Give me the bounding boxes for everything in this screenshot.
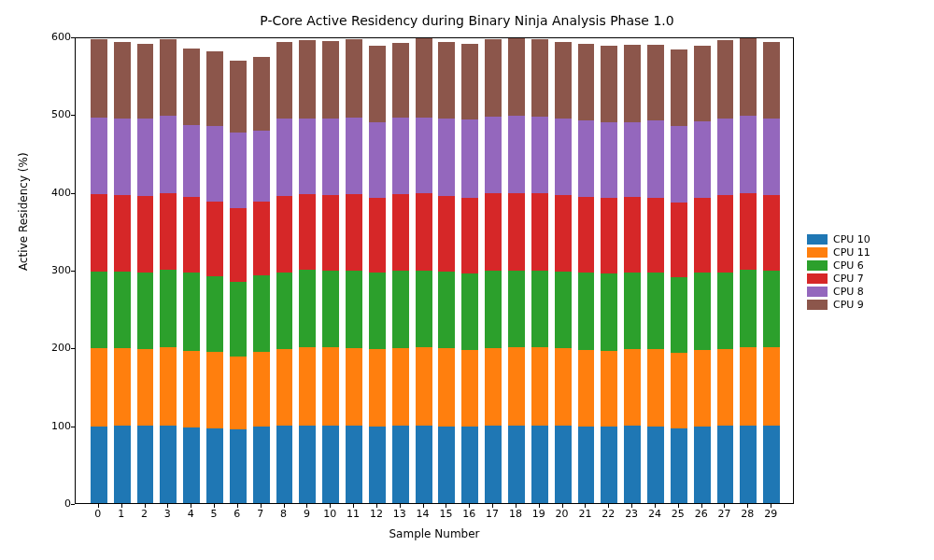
x-tick-label: 0: [94, 508, 101, 520]
bar-segment: [276, 119, 293, 196]
bar-segment: [601, 198, 617, 273]
x-tick-label: 8: [280, 508, 287, 520]
bar-segment: [416, 426, 432, 503]
bar-segment: [740, 116, 757, 193]
bar-segment: [508, 193, 525, 271]
bar-segment: [276, 196, 293, 273]
legend-swatch: [807, 287, 828, 297]
bar-group: [508, 38, 525, 503]
bar-segment: [694, 273, 711, 350]
bar-segment: [392, 348, 409, 426]
bar-group: [392, 38, 409, 503]
y-tick-mark: [71, 115, 75, 116]
bar-segment: [369, 122, 386, 198]
legend-label: CPU 8: [833, 286, 864, 298]
bar-group: [763, 38, 780, 503]
bar-segment: [717, 349, 734, 426]
bar-segment: [624, 197, 641, 273]
bar-group: [624, 38, 641, 503]
y-axis-label: Active Residency (%): [17, 152, 30, 271]
y-tick-label: 100: [15, 420, 71, 432]
x-tick-label: 9: [304, 508, 310, 520]
bar-segment: [647, 273, 664, 349]
bar-segment: [578, 197, 595, 273]
bar-segment: [160, 39, 177, 117]
bar-segment: [322, 347, 339, 425]
bar-segment: [763, 426, 780, 503]
bar-segment: [416, 38, 432, 118]
bar-segment: [137, 273, 154, 349]
bar-segment: [671, 49, 687, 126]
bar-group: [322, 38, 339, 503]
bar-segment: [276, 42, 293, 119]
x-tick-label: 29: [764, 508, 777, 520]
x-tick-label: 26: [695, 508, 708, 520]
bar-group: [531, 38, 548, 503]
bar-segment: [763, 271, 780, 348]
y-tick-mark: [71, 348, 75, 349]
bar-group: [114, 38, 131, 503]
legend-row: CPU 8: [807, 286, 870, 298]
bar-group: [276, 38, 293, 503]
bar-segment: [671, 277, 687, 353]
bar-segment: [485, 193, 502, 271]
x-tick-label: 17: [486, 508, 499, 520]
bar-segment: [299, 426, 316, 503]
bar-segment: [230, 429, 247, 503]
bar-segment: [717, 426, 734, 503]
bar-segment: [253, 131, 270, 202]
x-axis-label: Sample Number: [75, 527, 794, 540]
bar-group: [346, 38, 362, 503]
legend-row: CPU 6: [807, 259, 870, 272]
bar-segment: [740, 193, 757, 271]
bar-segment: [740, 38, 757, 116]
bar-segment: [578, 44, 595, 121]
x-tick-label: 27: [717, 508, 730, 520]
bar-segment: [763, 195, 780, 271]
bar-segment: [137, 426, 154, 503]
bar-segment: [206, 202, 223, 276]
bar-segment: [346, 118, 362, 195]
bar-segment: [160, 193, 177, 270]
x-tick-label: 6: [234, 508, 240, 520]
bar-segment: [740, 347, 757, 425]
bar-segment: [392, 271, 409, 348]
bar-segment: [392, 426, 409, 503]
bar-segment: [230, 61, 247, 133]
x-tick-label: 12: [370, 508, 383, 520]
bar-segment: [253, 352, 270, 427]
bar-segment: [717, 195, 734, 273]
bar-segment: [461, 198, 478, 274]
x-tick-label: 5: [211, 508, 218, 520]
bar-segment: [91, 427, 107, 504]
bar-segment: [694, 46, 711, 121]
x-tick-label: 2: [141, 508, 148, 520]
bar-segment: [508, 116, 525, 193]
legend-label: CPU 11: [833, 246, 870, 259]
bar-segment: [438, 119, 455, 196]
bar-segment: [416, 271, 432, 348]
figure: P-Core Active Residency during Binary Ni…: [0, 0, 934, 560]
bar-segment: [438, 427, 455, 504]
x-tick-label: 23: [625, 508, 638, 520]
bar-segment: [485, 39, 502, 117]
bar-segment: [763, 119, 780, 196]
bar-segment: [114, 195, 131, 272]
x-tick-label: 3: [164, 508, 171, 520]
bar-group: [485, 38, 502, 503]
y-tick-label: 500: [15, 108, 71, 120]
bar-segment: [253, 275, 270, 352]
bar-segment: [624, 426, 641, 503]
bar-segment: [578, 350, 595, 427]
x-tick-label: 24: [648, 508, 661, 520]
bar-segment: [485, 117, 502, 193]
legend-label: CPU 9: [833, 299, 864, 311]
bar-group: [253, 38, 270, 503]
bar-group: [230, 38, 247, 503]
bar-group: [299, 38, 316, 503]
y-tick-label: 400: [15, 187, 71, 199]
bar-segment: [392, 118, 409, 195]
bar-group: [461, 38, 478, 503]
bar-segment: [624, 273, 641, 349]
bar-segment: [694, 121, 711, 199]
